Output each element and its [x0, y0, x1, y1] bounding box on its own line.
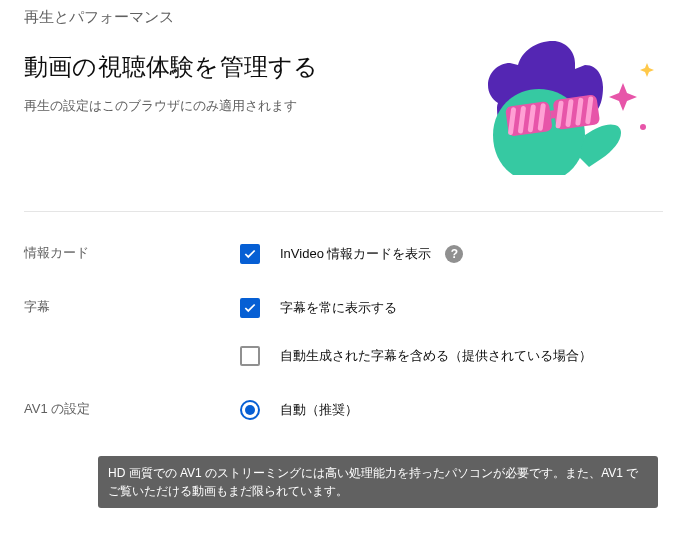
radio-av1-auto[interactable]: [240, 400, 260, 420]
label-show-info-cards: InVideo 情報カードを表示: [280, 245, 431, 263]
checkbox-caption-auto[interactable]: [240, 346, 260, 366]
label-caption-always: 字幕を常に表示する: [280, 299, 397, 317]
help-icon[interactable]: ?: [445, 245, 463, 263]
checkbox-caption-always[interactable]: [240, 298, 260, 318]
svg-point-3: [640, 124, 646, 130]
illustration-person-sunglasses: [473, 33, 663, 183]
setting-label-info-cards: 情報カード: [24, 242, 240, 262]
label-caption-auto: 自動生成された字幕を含める（提供されている場合）: [280, 347, 592, 365]
header: 動画の視聴体験を管理する 再生の設定はこのブラウザにのみ適用されます: [24, 27, 663, 183]
page-subtitle: 再生の設定はこのブラウザにのみ適用されます: [24, 97, 473, 115]
setting-label-captions: 字幕: [24, 296, 240, 316]
checkbox-show-info-cards[interactable]: [240, 244, 260, 264]
setting-label-av1: AV1 の設定: [24, 398, 240, 418]
label-av1-auto: 自動（推奨）: [280, 401, 358, 419]
page-title: 動画の視聴体験を管理する: [24, 51, 473, 83]
tooltip-av1-hd: HD 画質での AV1 のストリーミングには高い処理能力を持ったパソコンが必要で…: [98, 456, 658, 508]
setting-info-cards: 情報カード InVideo 情報カードを表示 ?: [24, 212, 663, 266]
setting-captions: 字幕 字幕を常に表示する 自動生成された字幕を含める（提供されている場合）: [24, 266, 663, 368]
section-label: 再生とパフォーマンス: [24, 0, 663, 27]
